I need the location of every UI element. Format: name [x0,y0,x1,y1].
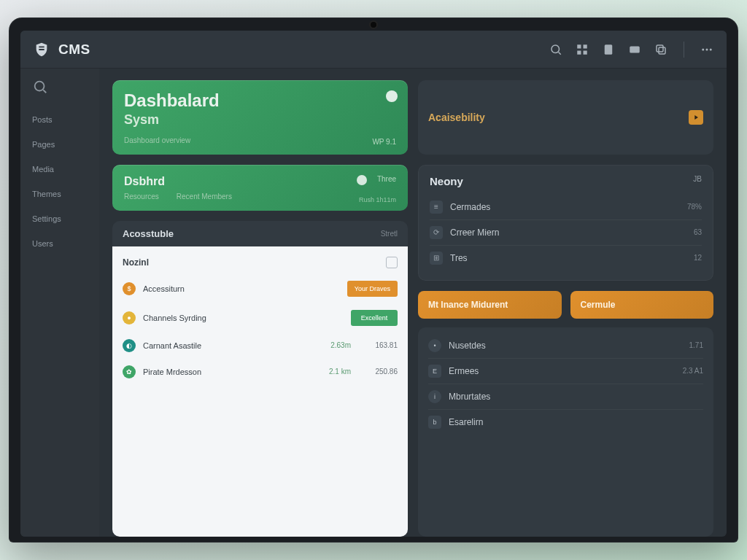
mini-footer: Rush 1h11m [359,196,396,203]
list-icon: ≡ [430,201,443,214]
svg-rect-1 [577,44,581,48]
svg-rect-6 [630,46,640,52]
accessibility-label: Acaisebility [428,112,485,123]
neon-row-value: 78% [687,203,702,211]
row-status-icon: ◐ [123,339,136,352]
card-icon[interactable] [628,43,641,56]
svg-rect-4 [584,50,587,54]
table-row[interactable]: ◐ Carnant Asastile 2.63m 163.81 [112,332,408,359]
neon-row-label: Crreer Miern [450,228,499,238]
expand-icon[interactable] [386,257,398,268]
orange-card-left[interactable]: Mt Inance Midurent [418,291,562,319]
row-value-1: 2.63m [311,341,351,349]
sidebar-search-icon[interactable] [32,79,48,95]
row-label: Channels Syrding [143,314,344,322]
neon-row[interactable]: ⊞ Tres 12 [430,245,702,271]
accessible-stat: Stretl [381,230,398,238]
neon-badge: JB [693,175,702,183]
hero-subtitle: Sysm [124,112,396,128]
svg-rect-8 [657,45,663,52]
app-header: CMS [20,31,727,69]
row-value-1: 2.1 km [311,368,351,376]
mini-meta-2: Recent Members [177,192,232,201]
app-screen: CMS Posts Pages Media Themes Settings [20,31,727,537]
item-label: Mbrurtates [449,392,490,402]
svg-rect-3 [577,50,581,54]
accessible-body: Nozinl $ Accessiturn Your Draves ● Chann… [112,246,408,537]
neon-panel: Neony JB ≡ Cermades 78% ⟳ Crreer Miern 6… [418,165,713,281]
row-value-2: 163.81 [358,341,398,349]
sidebar-item-posts[interactable]: Posts [26,108,93,131]
orange-card-right[interactable]: Cermule [570,291,714,319]
accessible-panel: Acosstuble Stretl Nozinl $ Accessiturn Y… [112,221,408,537]
table-row[interactable]: ✿ Pirate Mrdesson 2.1 km 250.86 [112,359,408,385]
svg-point-10 [706,48,708,50]
more-icon[interactable] [700,43,713,56]
svg-point-12 [35,82,44,91]
table-row[interactable]: ● Channels Syrding Excellent [112,303,408,332]
search-icon[interactable] [549,43,562,56]
hero-title: Dashbalard [124,90,396,111]
svg-point-0 [551,45,560,53]
neon-title: Neony [430,175,702,187]
item-icon: i [428,390,441,403]
list-item[interactable]: b Esarelirn [428,409,703,435]
neon-row[interactable]: ⟳ Crreer Miern 63 [430,219,702,245]
row-label: Pirate Mrdesson [143,368,304,376]
item-icon: E [428,365,441,378]
mini-meta-1: Resources [124,192,159,201]
mini-dot-icon [357,175,367,185]
hero-caption: Dashboard overview [124,136,396,144]
item-label: Nusetdes [449,341,486,351]
mini-pill: Three [377,175,396,183]
item-label: Ermees [449,366,479,376]
brand-shield-icon [34,42,50,58]
sidebar-item-pages[interactable]: Pages [26,133,93,156]
item-value: 2.3 A1 [683,367,703,375]
row-status-icon: $ [123,282,136,295]
row-status-icon: ✿ [123,365,136,378]
table-row[interactable]: $ Accessiturn Your Draves [112,274,408,303]
list-item[interactable]: i Mbrurtates [428,384,703,409]
neon-row-label: Tres [450,253,468,263]
row-value-2: 250.86 [358,368,398,376]
accessibility-action-icon[interactable] [689,110,703,125]
sidebar: Posts Pages Media Themes Settings Users [20,69,99,537]
header-divider [684,42,684,58]
sidebar-item-themes[interactable]: Themes [26,182,93,206]
camera-dot [371,22,376,28]
copy-icon[interactable] [654,43,667,56]
neon-row-label: Cermades [450,202,490,212]
list-item[interactable]: • Nusetdes 1.71 [428,333,703,358]
row-pill: Excellent [351,310,398,326]
dashboard-mini-card[interactable]: Dsbhrd Three Resources Recent Members Ru… [112,165,408,211]
sidebar-item-media[interactable]: Media [26,158,93,181]
hero-stat: WP 9.1 [372,138,396,146]
sidebar-item-users[interactable]: Users [26,232,93,255]
accessibility-strip: Acaisebility [418,80,713,155]
accessibility-card[interactable]: Acaisebility [418,80,713,155]
row-label: Accessiturn [143,284,340,293]
neon-row-value: 63 [694,228,702,236]
item-label: Esarelirn [449,417,483,427]
hero-badge-icon [386,90,398,102]
accessible-panel-title: Nozinl [123,257,149,268]
device-frame: CMS Posts Pages Media Themes Settings [9,18,738,542]
list-item[interactable]: E Ermees 2.3 A1 [428,358,703,384]
svg-point-11 [710,48,712,50]
grid-icon[interactable] [576,43,589,56]
svg-rect-2 [584,44,587,48]
brand-title: CMS [58,42,90,58]
right-lower-column: Mt Inance Midurent Cermule • Nusetdes 1.… [418,291,713,537]
svg-point-9 [702,48,704,50]
main-content: Dashbalard Sysm Dashboard overview WP 9.… [99,69,727,537]
header-actions [549,42,713,58]
svg-rect-5 [605,44,613,55]
doc-icon[interactable] [602,43,615,56]
item-icon: b [428,416,441,429]
item-icon: • [428,339,441,352]
neon-row[interactable]: ≡ Cermades 78% [430,195,702,219]
sidebar-item-settings[interactable]: Settings [26,207,93,230]
hero-card[interactable]: Dashbalard Sysm Dashboard overview WP 9.… [112,80,408,155]
row-status-icon: ● [123,311,136,324]
